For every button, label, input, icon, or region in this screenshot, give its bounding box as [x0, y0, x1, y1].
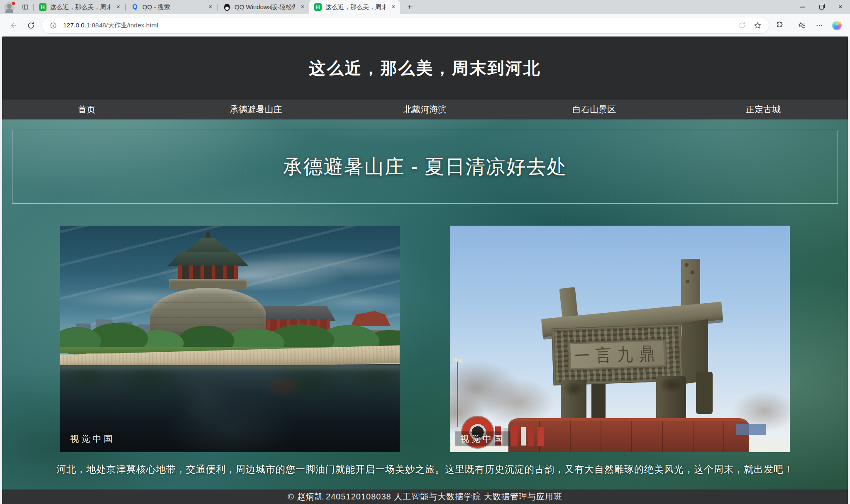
notification-dot — [11, 1, 16, 6]
ding-ornament-border — [665, 326, 681, 380]
close-tab-icon[interactable]: × — [114, 3, 122, 11]
page-viewport: 这么近，那么美，周末到河北 首页 承德避暑山庄 北戴河海滨 白石山景区 正定古城… — [0, 37, 850, 504]
tab-2[interactable]: Q QQ - 搜索 × — [126, 0, 217, 14]
footer-text: © 赵炳凯 2405120108038 人工智能与大数据学院 大数据管理与应用班 — [288, 491, 562, 502]
back-icon[interactable] — [7, 19, 20, 32]
left-photo-city-wall: 视觉中国 — [60, 226, 400, 452]
tab-title: 这么近，那么美，周末到河北 — [50, 3, 110, 11]
qq-penguin-icon — [223, 3, 231, 11]
tab-title: QQ - 搜索 — [142, 3, 203, 11]
ding-leg — [656, 376, 686, 425]
nav-item-baishishan[interactable]: 白石山景区 — [510, 104, 679, 115]
close-window-button[interactable]: × — [831, 0, 850, 14]
browser-titlebar: H 这么近，那么美，周末到河北 × Q QQ - 搜索 × QQ Windows… — [0, 0, 850, 14]
pavilion-lower-roof — [167, 252, 249, 266]
tab-4-active[interactable]: H 这么近，那么美，周末到河北 × — [309, 0, 400, 14]
tab-1[interactable]: H 这么近，那么美，周末到河北 × — [34, 0, 125, 14]
hbuilder-icon: H — [314, 3, 322, 11]
site-footer: © 赵炳凯 2405120108038 人工智能与大数据学院 大数据管理与应用班 — [2, 489, 848, 504]
watermark-label: 视觉中国 — [65, 431, 120, 446]
copilot-icon[interactable] — [830, 19, 843, 32]
url-text: 127.0.0.1:8848/大作业/index.html — [63, 21, 158, 30]
tab-title: QQ Windows版-轻松做自己 — [234, 3, 295, 11]
banner-title: 承德避暑山庄 - 夏日清凉好去处 — [283, 154, 567, 180]
window-controls: × — [793, 0, 850, 14]
ding-inscription: 一言九鼎 — [574, 341, 661, 368]
watermark-label: 视觉中国 — [455, 431, 510, 446]
more-menu-icon[interactable] — [813, 19, 826, 32]
close-tab-icon[interactable]: × — [389, 3, 398, 11]
toolbar-separator — [791, 21, 791, 29]
photo-gallery: 视觉中国 一言九鼎 — [2, 226, 848, 452]
ding-ornament-border — [554, 330, 569, 383]
nav-item-zhengding[interactable]: 正定古城 — [679, 104, 848, 115]
qq-search-icon: Q — [131, 3, 139, 11]
street-lamp — [457, 362, 458, 427]
site-info-icon[interactable] — [48, 20, 59, 31]
banner: 承德避暑山庄 - 夏日清凉好去处 — [12, 130, 838, 204]
tab-separator — [217, 4, 218, 11]
url-path: :8848/大作业/index.html — [90, 22, 159, 29]
ding-inscription-panel: 一言九鼎 — [570, 341, 664, 368]
close-tab-icon[interactable]: × — [298, 3, 307, 11]
nav-item-beidaihe[interactable]: 北戴河海滨 — [340, 104, 510, 115]
minimize-button[interactable] — [793, 0, 812, 14]
favorite-star-icon[interactable] — [752, 20, 763, 31]
page-title: 这么近，那么美，周末到河北 — [309, 57, 541, 80]
tab-separator — [33, 4, 34, 11]
intro-paragraph: 河北，地处京津冀核心地带，交通便利，周边城市的您一脚油门就能开启一场美妙之旅。这… — [2, 463, 848, 476]
pavilion-balustrade — [169, 279, 247, 289]
tab-separator — [125, 4, 126, 11]
browser-toolbar: 127.0.0.1:8848/大作业/index.html — [0, 14, 850, 37]
right-photo-bronze-ding: 一言九鼎 视觉中国 — [450, 226, 790, 452]
site-header: 这么近，那么美，周末到河北 — [2, 37, 848, 100]
nav-item-chengde[interactable]: 承德避暑山庄 — [171, 104, 341, 115]
profile-avatar[interactable] — [4, 2, 15, 12]
url-host: 127.0.0.1 — [63, 22, 90, 29]
extensions-icon[interactable] — [773, 19, 786, 32]
new-tab-button[interactable]: + — [403, 1, 416, 13]
close-tab-icon[interactable]: × — [206, 3, 215, 11]
nav-item-home[interactable]: 首页 — [2, 104, 171, 115]
tab-title: 这么近，那么美，周末到河北 — [325, 3, 386, 11]
ding-leg — [696, 372, 713, 414]
ding-left-handle — [559, 287, 578, 318]
site-nav: 首页 承德避暑山庄 北戴河海滨 白石山景区 正定古城 — [2, 100, 848, 119]
hbuilder-icon: H — [39, 3, 46, 11]
sync-icon[interactable] — [737, 20, 747, 31]
address-bar[interactable]: 127.0.0.1:8848/大作业/index.html — [42, 17, 769, 34]
favorites-bar-icon[interactable] — [795, 19, 808, 32]
restore-button[interactable] — [812, 0, 831, 14]
tab-actions-menu-icon[interactable] — [20, 1, 31, 13]
refresh-icon[interactable] — [24, 19, 37, 32]
distant-building — [736, 424, 766, 435]
tab-3[interactable]: QQ Windows版-轻松做自己 × — [218, 0, 309, 14]
